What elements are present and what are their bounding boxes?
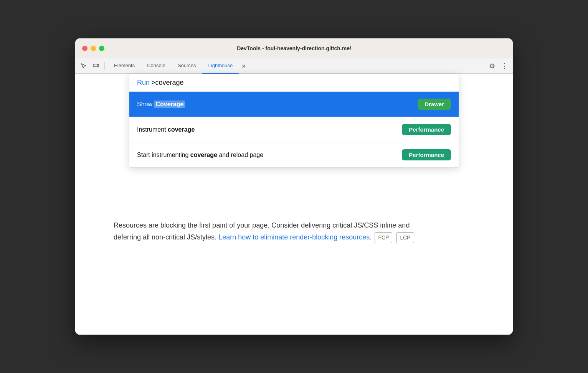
result-show-coverage-text: Show Coverage: [137, 101, 185, 108]
tab-sources[interactable]: Sources: [172, 58, 202, 74]
svg-rect-0: [93, 64, 97, 67]
maximize-button[interactable]: [99, 46, 104, 51]
page-description: Resources are blocking the first paint o…: [114, 220, 428, 243]
more-options-icon[interactable]: ⋮: [499, 61, 510, 71]
close-button[interactable]: [82, 46, 88, 51]
lcp-badge: LCP: [396, 232, 414, 244]
main-content: Run Show Coverage Drawer Instrument: [75, 74, 513, 335]
command-input-row: Run: [129, 74, 459, 92]
result-start-instrumenting-badge: Performance: [402, 149, 451, 160]
toolbar-tabs: Elements Console Sources Lighthouse »: [108, 58, 485, 74]
tab-lighthouse[interactable]: Lighthouse: [202, 58, 239, 74]
devtools-body: Elements Console Sources Lighthouse » ⚙: [75, 58, 513, 335]
command-palette: Run Show Coverage Drawer Instrument: [129, 74, 459, 168]
run-label: Run: [137, 79, 150, 87]
devtools-window: DevTools - foul-heavenly-direction.glitc…: [75, 38, 513, 335]
result-instrument-coverage[interactable]: Instrument coverage Performance: [129, 117, 459, 142]
learn-more-link[interactable]: Learn how to eliminate render-blocking r…: [218, 233, 370, 241]
result-instrument-coverage-badge: Performance: [402, 124, 451, 135]
inspect-element-button[interactable]: [78, 61, 89, 71]
tab-elements[interactable]: Elements: [108, 58, 141, 74]
window-title: DevTools - foul-heavenly-direction.glitc…: [237, 45, 351, 51]
toolbar-right: ⚙ ⋮: [487, 61, 510, 71]
titlebar: DevTools - foul-heavenly-direction.glitc…: [75, 38, 513, 58]
command-results: Show Coverage Drawer Instrument coverage…: [129, 92, 459, 167]
result-show-coverage[interactable]: Show Coverage Drawer: [129, 92, 459, 117]
toolbar: Elements Console Sources Lighthouse » ⚙: [75, 58, 513, 74]
device-toolbar-button[interactable]: [91, 61, 101, 71]
tab-console[interactable]: Console: [141, 58, 172, 74]
minimize-button[interactable]: [91, 46, 96, 51]
result-instrument-coverage-text: Instrument coverage: [137, 126, 195, 133]
settings-icon[interactable]: ⚙: [487, 61, 497, 71]
traffic-lights: [82, 46, 104, 51]
result-start-instrumenting[interactable]: Start instrumenting coverage and reload …: [129, 142, 459, 167]
tab-more-button[interactable]: »: [239, 58, 249, 74]
result-start-instrumenting-text: Start instrumenting coverage and reload …: [137, 152, 263, 158]
svg-rect-1: [97, 64, 99, 66]
command-input[interactable]: [151, 79, 451, 87]
toolbar-separator: [104, 62, 105, 70]
result-show-coverage-badge: Drawer: [418, 99, 451, 110]
fcp-badge: FCP: [375, 232, 392, 244]
